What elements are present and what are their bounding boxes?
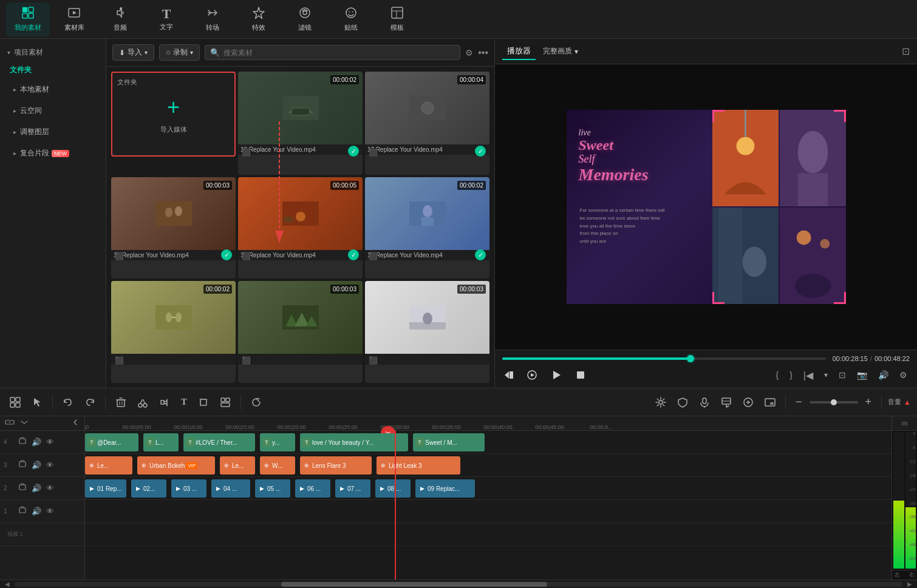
next-frame-button[interactable]: ▾ [822,371,830,379]
clip-t4-5[interactable]: T love / Your beauty / Y... [300,433,408,451]
clip-t4-2[interactable]: T L... [143,433,179,451]
more-icon[interactable]: ••• [478,47,488,58]
ai-button[interactable] [739,394,757,410]
clip-t2-1[interactable]: ▶ 01 Rep... [85,479,126,498]
clip-t2-6[interactable]: ▶ 06 ... [295,479,330,498]
mark-in-button[interactable]: { [773,370,781,380]
media-item-15[interactable]: 00:00:05 ✓ ⬛ 15 Replace Your Video.mp4 [238,177,363,279]
volume-button[interactable]: 🔊 [876,370,891,380]
track-2-visible[interactable]: 👁 [45,482,55,494]
progress-track[interactable] [502,357,827,360]
zoom-in-button[interactable]: + [862,393,876,411]
local-material-item[interactable]: ▸ 本地素材 [4,79,102,100]
clip-t2-5[interactable]: ▶ 05 ... [255,479,290,498]
cloud-space-item[interactable]: ▸ 云空间 [4,101,102,121]
track-4-visible[interactable]: 👁 [45,436,55,448]
track-1-audio[interactable]: 🔊 [30,505,43,517]
clip-t2-9[interactable]: ▶ 09 Replac... [415,479,475,498]
select-tool-button[interactable] [28,394,46,410]
adjustment-layer-item[interactable]: ▸ 调整图层 [4,122,102,142]
media-item-17[interactable]: 00:00:04 ✓ ⬛ 17 Replace Your Video.mp4 [365,72,489,175]
track-2-lock[interactable] [17,482,28,495]
play-button[interactable] [548,367,564,383]
clip-t4-1[interactable]: T @Dear... [85,433,138,451]
tool-audio[interactable]: 音频 [98,2,142,36]
settings-preview-button[interactable]: ⚙ [897,370,910,380]
tool-templates[interactable]: 模板 [375,2,419,36]
fullscreen-button[interactable]: ⊡ [836,370,848,380]
media-item-6[interactable]: 00:00:02 ⬛ [111,281,236,383]
track-4-lock[interactable] [17,436,28,448]
h-scroll-thumb[interactable] [281,582,548,587]
delete-button[interactable] [112,394,130,410]
clip-t2-2[interactable]: ▶ 02... [131,479,166,498]
media-item-14[interactable]: 00:00:02 ✓ ⬛ 14 Replace Your Video.mp4 [365,177,489,279]
track-3-visible[interactable]: 👁 [45,459,55,471]
scroll-right-button[interactable]: ▶ [905,581,915,587]
extract-button[interactable] [717,394,735,410]
mic-button[interactable] [695,394,714,410]
crop-button[interactable] [194,394,213,410]
clip-t2-8[interactable]: ▶ 08 ... [375,479,411,498]
preview-expand-icon[interactable]: ⊡ [902,46,910,57]
clip-t3-1[interactable]: ⊕ Le... [85,456,132,475]
stop-button[interactable] [574,368,587,382]
collapse-panel-button[interactable] [70,417,81,430]
import-button[interactable]: ⬇ 导入 ▾ [112,44,154,61]
tool-transitions[interactable]: 转场 [191,2,234,36]
pip-button[interactable] [761,394,779,410]
clip-t4-6[interactable]: T Sweet / M... [413,433,485,451]
track-2-audio[interactable]: 🔊 [30,482,43,494]
tool-stickers[interactable]: 贴纸 [329,2,373,36]
clip-t3-4[interactable]: ⊕ W... [260,456,295,475]
clip-t3-6[interactable]: ⊕ Light Leak 3 [377,456,460,475]
progress-handle[interactable] [687,355,694,362]
zoom-handle[interactable] [831,399,837,405]
h-scroll-track[interactable] [15,582,902,587]
shield-button[interactable] [673,394,692,410]
clip-t2-7[interactable]: ▶ 07 ... [335,479,370,498]
tool-effects[interactable]: 特效 [237,2,281,36]
filter-icon[interactable]: ⚙ [465,48,473,58]
group-button[interactable] [216,394,234,410]
media-item-7[interactable]: 00:00:03 ⬛ [238,281,363,383]
timeline-tracks-scroll[interactable]: :00 00:00:05:00 00:00:10:00 00:00:15:00 … [85,416,891,580]
snapshot-button[interactable]: 📷 [854,370,870,380]
track-3-audio[interactable]: 🔊 [30,459,43,471]
clip-t3-5[interactable]: ⊕ Lens Flare 3 [300,456,372,475]
undo-button[interactable] [59,394,77,410]
compound-segment-item[interactable]: ▸ 复合片段 NEW [4,143,102,163]
media-item-8[interactable]: 00:00:03 ⬛ [365,281,489,383]
clip-t3-2[interactable]: ⊕ Urban Bokeh VIP [137,456,215,475]
clip-t4-4[interactable]: T y... [260,433,295,451]
zoom-slider[interactable] [810,401,858,404]
track-4-audio[interactable]: 🔊 [30,436,43,448]
new-track-button[interactable] [4,416,16,430]
clip-t4-3[interactable]: T #LOVE / Ther... [183,433,255,451]
tool-filters[interactable]: 滤镜 [283,2,327,36]
search-bar[interactable]: 🔍 [205,45,460,60]
frame-back-button[interactable] [525,368,539,382]
media-item-18[interactable]: 00:00:02 ✓ ⬛ 18 Replace Your Video.mp4 [238,72,363,175]
quality-selector[interactable]: 完整画质 ▾ [543,46,578,56]
redo-button[interactable] [81,394,99,410]
track-1-visible[interactable]: 👁 [45,505,55,517]
tool-text[interactable]: T 文字 [145,2,188,36]
record-button[interactable]: ⊙ 录制 ▾ [159,44,200,61]
project-material-title[interactable]: ▾ 项目素材 [0,44,106,61]
audio-detach-button[interactable] [155,394,174,410]
clip-t3-3[interactable]: ⊕ Le... [220,456,255,475]
folder-create-item[interactable]: 文件夹 + 导入媒体 [111,72,236,157]
scroll-left-button[interactable]: ◀ [2,581,12,587]
zoom-out-button[interactable]: − [792,393,806,411]
track-3-lock[interactable] [17,459,28,471]
rotate-button[interactable] [247,394,265,410]
clip-t2-3[interactable]: ▶ 03 ... [171,479,206,498]
prev-frame-button[interactable]: |◀ [801,370,816,381]
tool-my-material[interactable]: 我的素材 [6,2,50,36]
cut-button[interactable] [134,394,152,410]
mark-out-button[interactable]: } [787,370,795,380]
snap-button[interactable] [6,394,24,410]
track-1-lock[interactable] [17,505,28,518]
text-button[interactable]: T [177,394,191,410]
